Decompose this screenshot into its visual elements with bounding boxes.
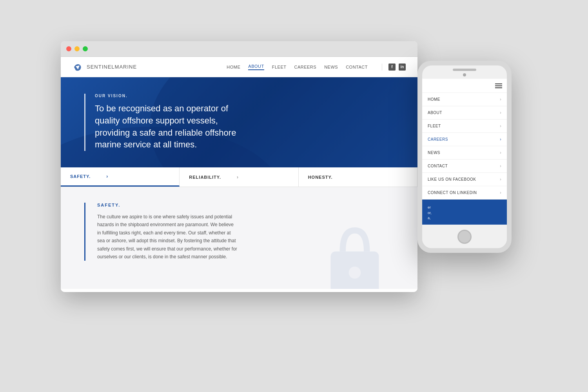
hero-content: OUR VISION. To be recognised as an opera… xyxy=(84,94,244,151)
tab-reliability[interactable]: RELIABILITY. › xyxy=(180,167,298,187)
chevron-icon: › xyxy=(500,191,501,195)
phone-menu-news[interactable]: NEWS › xyxy=(422,146,507,160)
logo-text: SENTINELMARINE xyxy=(87,64,137,70)
scene: SENTINELMARINE HOME ABOUT FLEET CAREERS … xyxy=(0,0,588,392)
hero-title: To be recognised as an operator of quali… xyxy=(95,103,244,151)
hero-text: OUR VISION. To be recognised as an opera… xyxy=(95,94,244,151)
phone-menu-fleet[interactable]: FLEET › xyxy=(422,120,507,133)
nav-links: HOME ABOUT FLEET CAREERS NEWS CONTACT f … xyxy=(227,64,406,71)
chevron-icon: › xyxy=(500,97,501,102)
tab-safety-arrow: › xyxy=(106,174,108,179)
content-tabs: SAFETY. › RELIABILITY. › HONESTY. xyxy=(61,167,417,187)
content-accent-border xyxy=(84,203,85,261)
phone-menu: HOME › ABOUT › FLEET › CAREERS › xyxy=(422,93,507,225)
tab-honesty-label: HONESTY. xyxy=(308,175,333,180)
phone-menu-home[interactable]: HOME › xyxy=(422,93,507,106)
close-button[interactable] xyxy=(66,46,71,51)
tab-safety-label: SAFETY. xyxy=(70,174,91,179)
nav-home[interactable]: HOME xyxy=(227,65,240,69)
tab-reliability-arrow: › xyxy=(237,174,239,180)
nav-contact[interactable]: CONTACT xyxy=(346,65,368,69)
hamburger-menu-icon[interactable] xyxy=(495,83,502,88)
logo-icon xyxy=(73,62,83,73)
chevron-icon: › xyxy=(500,111,501,115)
site-navigation: SENTINELMARINE HOME ABOUT FLEET CAREERS … xyxy=(61,57,417,77)
logo-area: SENTINELMARINE xyxy=(73,62,227,73)
hamburger-line-1 xyxy=(495,83,502,84)
nav-news[interactable]: NEWS xyxy=(324,65,338,69)
browser-window: SENTINELMARINE HOME ABOUT FLEET CAREERS … xyxy=(61,41,417,292)
phone-screen: HOME › ABOUT › FLEET › CAREERS › xyxy=(422,79,507,225)
maximize-button[interactable] xyxy=(83,46,88,51)
phone-inner: HOME › ABOUT › FLEET › CAREERS › xyxy=(422,65,507,248)
phone-menu-about[interactable]: ABOUT › xyxy=(422,106,507,120)
website-content: SENTINELMARINE HOME ABOUT FLEET CAREERS … xyxy=(61,57,417,292)
phone-bottom xyxy=(422,225,507,248)
chevron-icon: › xyxy=(500,124,501,128)
content-body: The culture we aspire to is one where sa… xyxy=(97,213,238,261)
chevron-icon: › xyxy=(500,177,501,181)
svg-point-1 xyxy=(349,267,361,279)
chevron-icon: › xyxy=(500,137,501,142)
phone-menu-contact[interactable]: CONTACT › xyxy=(422,160,507,173)
nav-about[interactable]: ABOUT xyxy=(248,64,264,70)
phone-menu-linkedin[interactable]: CONNECT ON LINKEDIN › xyxy=(422,186,507,200)
phone-speaker xyxy=(453,69,476,71)
tab-safety[interactable]: SAFETY. › xyxy=(61,167,180,187)
hamburger-line-2 xyxy=(495,85,502,86)
phone-menu-facebook[interactable]: LIKE US ON FACEBOOK › xyxy=(422,173,507,186)
logo-light: MARINE xyxy=(115,64,137,70)
browser-chrome xyxy=(61,41,417,57)
phone-menu-careers[interactable]: CAREERS › xyxy=(422,133,507,146)
nav-fleet[interactable]: FLEET xyxy=(272,65,287,69)
phone-camera xyxy=(463,73,466,76)
minimize-button[interactable] xyxy=(74,46,80,51)
hero-label: OUR VISION. xyxy=(95,94,244,98)
social-links: f in xyxy=(382,64,406,71)
hero-accent-border xyxy=(84,94,85,151)
phone-blue-text: eror,a,ouwilldge xyxy=(428,205,501,225)
content-heading: SAFETY. xyxy=(97,203,394,207)
nav-careers[interactable]: CAREERS xyxy=(294,65,316,69)
content-section: SAFETY. The culture we aspire to is one … xyxy=(61,187,417,289)
lock-watermark xyxy=(323,218,386,289)
logo-bold: SENTINEL xyxy=(87,64,115,70)
tab-honesty[interactable]: HONESTY. xyxy=(299,167,417,187)
hero-section: OUR VISION. To be recognised as an opera… xyxy=(61,77,417,167)
phone-device: HOME › ABOUT › FLEET › CAREERS › xyxy=(417,61,512,253)
phone-topbar xyxy=(422,79,507,93)
tab-reliability-label: RELIABILITY. xyxy=(189,175,221,180)
chevron-icon: › xyxy=(500,164,501,168)
hamburger-line-3 xyxy=(495,87,502,88)
phone-home-button[interactable] xyxy=(457,230,472,244)
facebook-icon[interactable]: f xyxy=(388,64,396,71)
phone-blue-content: eror,a,ouwilldge xyxy=(422,200,507,225)
chevron-icon: › xyxy=(500,151,501,155)
linkedin-icon[interactable]: in xyxy=(399,64,406,71)
